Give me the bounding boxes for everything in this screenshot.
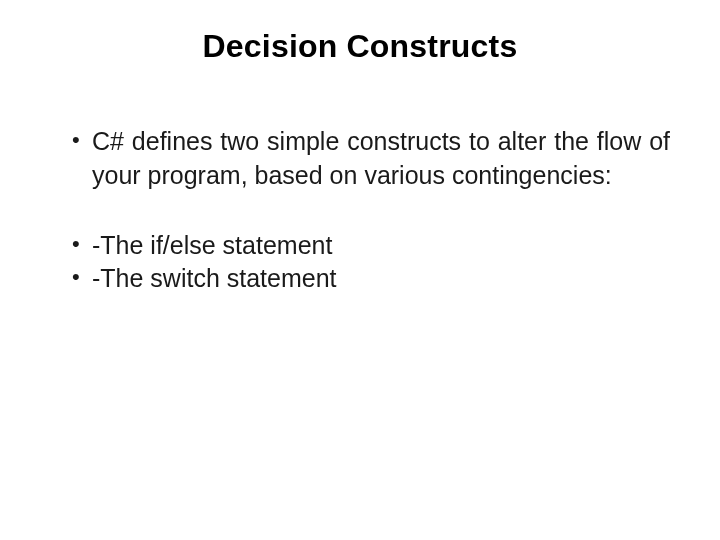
slide-title: Decision Constructs: [50, 28, 670, 65]
slide-container: Decision Constructs C# defines two simpl…: [0, 0, 720, 540]
spacer: [72, 193, 670, 229]
bullet-ifelse: -The if/else statement: [72, 229, 670, 263]
bullet-switch: -The switch statement: [72, 262, 670, 296]
slide-content: C# defines two simple constructs to alte…: [50, 125, 670, 296]
bullet-intro: C# defines two simple constructs to alte…: [72, 125, 670, 193]
